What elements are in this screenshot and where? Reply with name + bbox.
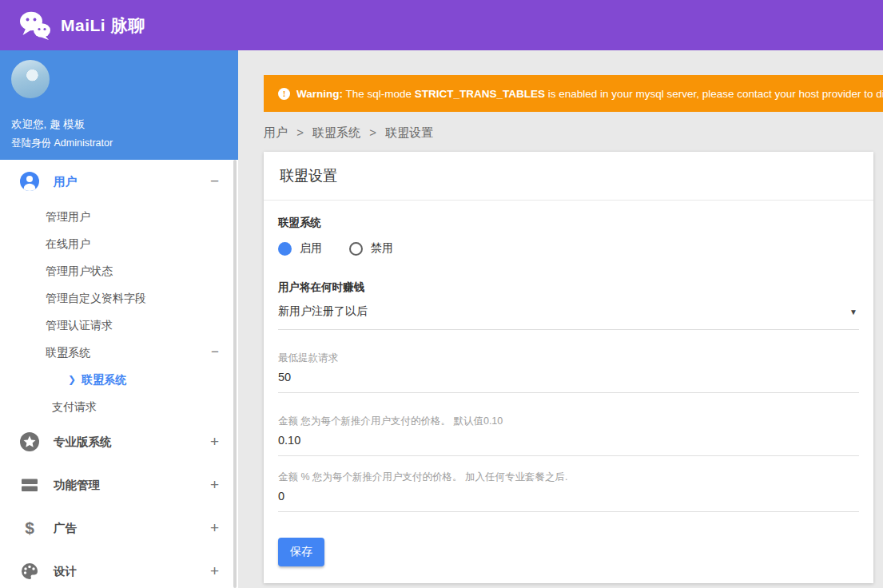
star-icon — [19, 431, 40, 452]
warning-icon: ! — [278, 88, 290, 100]
amount-percent-input[interactable] — [278, 484, 859, 512]
sidebar-item-custom-profile-fields[interactable]: 管理自定义资料字段 — [0, 284, 238, 312]
amount-percent-group: 金额 % 您为每个新推介用户支付的价格。 加入任何专业套餐之后. — [278, 471, 859, 512]
min-withdrawal-group: 最低提款请求 — [278, 352, 859, 393]
sidebar-item-user-status[interactable]: 管理用户状态 — [0, 257, 238, 284]
sidebar-item-affiliate-system-active[interactable]: ❯ 联盟系统 — [0, 366, 238, 393]
earn-when-select[interactable]: 新用户注册了以后 ▼ — [278, 295, 859, 330]
sidebar-scrollbar[interactable] — [233, 160, 237, 588]
login-role-text: 登陆身份 Administrator — [11, 137, 227, 150]
sidebar: 欢迎您, 趣 模板 登陆身份 Administrator 用户 − 管理用户 — [0, 50, 238, 588]
sidebar-item-label: 管理自定义资料字段 — [46, 292, 146, 304]
radio-disable-label[interactable]: 禁用 — [371, 241, 393, 256]
radio-enable[interactable] — [278, 242, 292, 256]
sidebar-item-verification-requests[interactable]: 管理认证请求 — [0, 312, 238, 339]
affiliate-settings-form: 联盟系统 启用 禁用 用户将在何时赚钱 新用户注册了以后 ▼ 最低提款请求 — [264, 201, 873, 583]
sidebar-item-label: 功能管理 — [54, 478, 100, 493]
earn-when-value: 新用户注册了以后 — [278, 304, 368, 319]
sidebar-item-label: 联盟系统 — [82, 373, 126, 386]
breadcrumb: 用户 > 联盟系统 > 联盟设置 — [264, 125, 883, 141]
chevron-down-icon: ▼ — [849, 308, 857, 316]
earn-when-group: 用户将在何时赚钱 新用户注册了以后 ▼ — [278, 280, 859, 330]
sidebar-item-design[interactable]: 设计 + — [0, 550, 238, 588]
expand-icon[interactable]: + — [210, 433, 219, 451]
sidebar-item-label: 管理用户 — [46, 210, 90, 223]
main-content: ! Warning: The sql-mode STRICT_TRANS_TAB… — [238, 50, 883, 588]
sidebar-item-payment-requests[interactable]: 支付请求 — [0, 393, 238, 420]
expand-icon[interactable]: + — [210, 476, 219, 494]
dollar-icon: $ — [19, 518, 40, 538]
earn-when-label: 用户将在何时赚钱 — [278, 280, 859, 295]
warning-text: Warning: The sql-mode STRICT_TRANS_TABLE… — [296, 88, 883, 100]
min-withdrawal-input[interactable] — [278, 365, 859, 393]
amount-percent-label: 金额 % 您为每个新推介用户支付的价格。 加入任何专业套餐之后. — [278, 471, 859, 484]
collapse-icon[interactable]: − — [210, 173, 219, 190]
sidebar-item-label: 支付请求 — [52, 400, 97, 413]
card-title: 联盟设置 — [264, 152, 873, 201]
breadcrumb-separator: > — [296, 125, 304, 139]
min-withdrawal-label: 最低提款请求 — [278, 352, 859, 365]
sidebar-item-label: 广告 — [54, 521, 77, 536]
sidebar-item-label: 联盟系统 — [46, 346, 90, 359]
affiliate-system-options: 启用 禁用 — [278, 241, 859, 256]
amount-group: 金额 您为每个新推介用户支付的价格。 默认值0.10 — [278, 415, 859, 456]
bars-icon — [19, 475, 40, 495]
user-avatar[interactable] — [11, 60, 50, 98]
sidebar-item-ads[interactable]: $ 广告 + — [0, 507, 238, 550]
collapse-icon[interactable]: − — [211, 346, 219, 359]
sidebar-item-label: 在线用户 — [46, 237, 90, 250]
sidebar-item-label: 专业版系统 — [54, 435, 112, 450]
sidebar-item-manage-users[interactable]: 管理用户 — [0, 203, 238, 230]
wechat-logo-icon — [19, 10, 51, 41]
radio-enable-label[interactable]: 启用 — [300, 241, 322, 256]
sidebar-item-label: 管理认证请求 — [46, 319, 113, 332]
sidebar-item-affiliate-system[interactable]: 联盟系统 − — [0, 339, 238, 366]
sidebar-item-label: 设计 — [54, 564, 77, 579]
breadcrumb-item-affiliate-system[interactable]: 联盟系统 — [312, 125, 360, 139]
brand-name: MaiLi 脉聊 — [61, 14, 145, 37]
amount-input[interactable] — [278, 428, 859, 456]
radio-disable[interactable] — [349, 242, 363, 256]
affiliate-system-group: 联盟系统 启用 禁用 — [278, 216, 859, 256]
profile-panel: 欢迎您, 趣 模板 登陆身份 Administrator — [0, 50, 238, 160]
breadcrumb-item-affiliate-settings: 联盟设置 — [385, 125, 433, 139]
amount-label: 金额 您为每个新推介用户支付的价格。 默认值0.10 — [278, 415, 859, 428]
chevron-right-icon: ❯ — [68, 373, 76, 386]
sidebar-item-users[interactable]: 用户 − — [0, 160, 238, 203]
sidebar-item-online-users[interactable]: 在线用户 — [0, 230, 238, 257]
app-header: MaiLi 脉聊 — [0, 0, 883, 50]
sidebar-item-label: 管理用户状态 — [46, 264, 113, 277]
expand-icon[interactable]: + — [210, 562, 219, 580]
breadcrumb-item-users[interactable]: 用户 — [264, 125, 288, 139]
save-button[interactable]: 保存 — [278, 538, 324, 566]
expand-icon[interactable]: + — [210, 519, 219, 537]
welcome-text: 欢迎您, 趣 模板 — [11, 117, 227, 132]
sidebar-item-label: 用户 — [54, 174, 77, 189]
palette-icon — [19, 561, 40, 582]
affiliate-system-label: 联盟系统 — [278, 216, 859, 230]
sidebar-item-feature-management[interactable]: 功能管理 + — [0, 463, 238, 507]
sidebar-menu: 用户 − 管理用户 在线用户 管理用户状态 管理自定义资料字段 管理认证请求 联… — [0, 160, 238, 588]
sql-warning-banner: ! Warning: The sql-mode STRICT_TRANS_TAB… — [264, 75, 883, 112]
breadcrumb-separator: > — [369, 125, 376, 139]
affiliate-settings-card: 联盟设置 联盟系统 启用 禁用 用户将在何时赚钱 新用户注册了以后 ▼ — [264, 152, 873, 583]
user-icon — [19, 171, 40, 192]
sidebar-item-pro-system[interactable]: 专业版系统 + — [0, 420, 238, 463]
